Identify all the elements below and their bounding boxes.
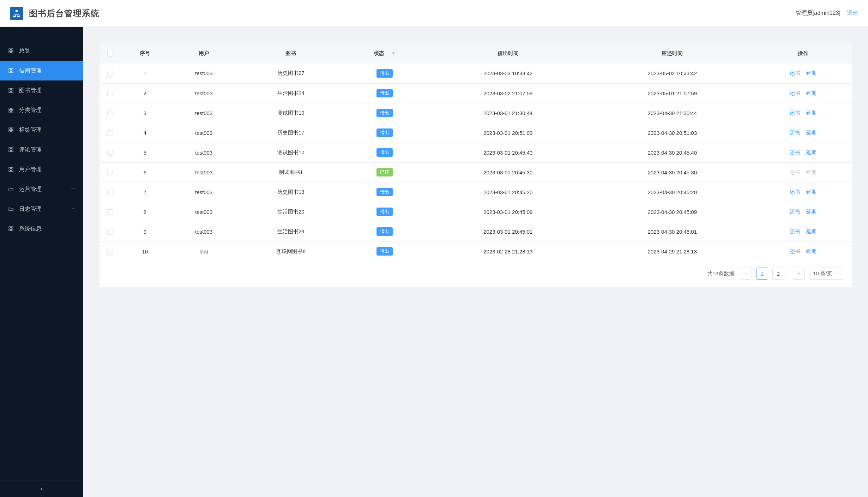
table-row: 6test003测试图书1已还2023-03-01 20:45:302023-0…	[100, 162, 852, 182]
pagination-prev[interactable]	[740, 268, 752, 280]
svg-rect-19	[9, 130, 11, 132]
cell-status: 借出	[343, 83, 426, 103]
col-borrow-time: 借出时间	[426, 43, 590, 64]
pagination-page-1[interactable]: 1	[756, 268, 768, 280]
row-checkbox[interactable]	[107, 190, 113, 195]
sidebar-item-comments[interactable]: 评论管理	[0, 140, 83, 160]
status-badge: 借出	[376, 227, 393, 236]
row-checkbox-cell	[100, 202, 121, 222]
svg-rect-5	[9, 68, 11, 70]
cell-borrow-time: 2023-02-28 21:28:13	[426, 241, 590, 261]
filter-icon[interactable]	[391, 51, 396, 55]
row-checkbox[interactable]	[107, 71, 113, 77]
cell-seq: 9	[121, 222, 169, 241]
col-checkbox	[100, 43, 121, 64]
return-book-link[interactable]: 还书	[790, 90, 800, 97]
pagination-page-2[interactable]: 2	[772, 268, 784, 280]
row-checkbox[interactable]	[107, 91, 113, 96]
row-checkbox[interactable]	[107, 110, 113, 116]
row-checkbox[interactable]	[107, 249, 113, 255]
cell-status: 借出	[343, 222, 426, 241]
extend-book-link[interactable]: 延期	[806, 90, 816, 97]
status-badge: 已还	[376, 168, 393, 176]
cell-borrow-time: 2023-03-01 20:45:01	[426, 222, 590, 241]
cell-due-time: 2023-05-02 10:33:42	[590, 64, 755, 83]
sidebar-item-overview[interactable]: 总览	[0, 41, 83, 61]
cell-due-time: 2023-04-30 20:45:20	[590, 182, 755, 202]
pagination-next[interactable]	[793, 268, 805, 280]
return-book-link[interactable]: 还书	[790, 209, 800, 215]
extend-book-link[interactable]: 延期	[806, 189, 816, 196]
svg-rect-1	[9, 49, 11, 50]
return-book-link[interactable]: 还书	[790, 149, 800, 156]
return-book-link[interactable]: 还书	[790, 70, 800, 77]
extend-book-link[interactable]: 延期	[806, 248, 816, 255]
svg-rect-14	[11, 108, 13, 110]
cell-due-time: 2023-04-29 21:28:13	[590, 241, 755, 261]
return-book-link[interactable]: 还书	[790, 189, 800, 196]
row-checkbox[interactable]	[107, 170, 113, 175]
sidebar-item-books[interactable]: 图书管理	[0, 80, 83, 100]
return-book-link[interactable]: 还书	[790, 248, 800, 255]
svg-rect-16	[11, 110, 13, 112]
extend-book-link[interactable]: 延期	[806, 209, 816, 215]
extend-book-link[interactable]: 延期	[806, 110, 816, 116]
table-row: 10bbb互联网图书8借出2023-02-28 21:28:132023-04-…	[100, 241, 852, 261]
cell-seq: 3	[121, 103, 169, 123]
status-badge: 借出	[376, 208, 393, 216]
cell-book: 生活图书29	[238, 222, 343, 241]
sidebar-item-users[interactable]: 用户管理	[0, 160, 83, 179]
logout-link[interactable]: 退出	[847, 10, 858, 17]
cell-seq: 10	[121, 241, 169, 261]
col-book: 图书	[238, 43, 343, 64]
sidebar-item-category[interactable]: 分类管理	[0, 100, 83, 120]
row-checkbox[interactable]	[107, 150, 113, 156]
grid-icon	[8, 146, 14, 153]
cell-user: test003	[169, 83, 239, 103]
cell-book: 互联网图书8	[238, 241, 343, 261]
reader-icon	[12, 9, 21, 18]
extend-book-link[interactable]: 延期	[806, 149, 816, 156]
sidebar-item-label: 分类管理	[19, 107, 42, 114]
table-row: 5test003测试图书10借出2023-03-01 20:45:402023-…	[100, 143, 852, 162]
sidebar-item-tags[interactable]: 标签管理	[0, 120, 83, 140]
svg-rect-32	[11, 229, 13, 231]
svg-rect-28	[11, 170, 13, 172]
extend-book-link[interactable]: 延期	[806, 130, 816, 136]
sidebar-item-operation[interactable]: 运营管理﹀	[0, 179, 83, 199]
sidebar-item-borrow[interactable]: 借阅管理	[0, 61, 83, 80]
pagination-size-select[interactable]: 10 条/页 ﹀	[809, 268, 844, 280]
cell-status: 借出	[343, 202, 426, 222]
sidebar-item-system[interactable]: 系统信息	[0, 219, 83, 239]
return-book-link[interactable]: 还书	[790, 228, 800, 235]
cell-status: 借出	[343, 103, 426, 123]
col-due-time: 应还时间	[590, 43, 755, 64]
svg-point-0	[16, 10, 18, 12]
svg-rect-27	[9, 170, 11, 172]
extend-book-link[interactable]: 延期	[806, 70, 816, 77]
cell-seq: 4	[121, 123, 169, 143]
pagination: 共13条数据 12 10 条/页 ﹀	[100, 261, 852, 287]
row-checkbox-cell	[100, 64, 121, 83]
cell-borrow-time: 2023-03-01 20:51:03	[426, 123, 590, 143]
cell-book: 测试图书19	[238, 103, 343, 123]
return-book-link[interactable]: 还书	[790, 130, 800, 136]
return-book-link: 还书	[790, 169, 800, 176]
cell-user: bbb	[169, 241, 239, 261]
cell-due-time: 2023-04-30 20:45:40	[590, 143, 755, 162]
cell-due-time: 2023-04-30 20:51:03	[590, 123, 755, 143]
cell-user: test003	[169, 64, 239, 83]
sidebar-item-logs[interactable]: 日志管理﹀	[0, 199, 83, 219]
extend-book-link[interactable]: 延期	[806, 228, 816, 235]
col-status[interactable]: 状态	[343, 43, 426, 64]
select-all-checkbox[interactable]	[107, 51, 113, 56]
app-header: 图书后台管理系统 管理员[admin123] 退出	[0, 0, 868, 27]
return-book-link[interactable]: 还书	[790, 110, 800, 116]
row-checkbox[interactable]	[107, 229, 113, 235]
sidebar-collapse-toggle[interactable]	[0, 480, 83, 497]
table-row: 1test003历史图书27借出2023-03-03 10:33:422023-…	[100, 64, 852, 83]
row-checkbox[interactable]	[107, 130, 113, 136]
folder-icon	[8, 206, 14, 212]
cell-seq: 8	[121, 202, 169, 222]
row-checkbox[interactable]	[107, 209, 113, 215]
